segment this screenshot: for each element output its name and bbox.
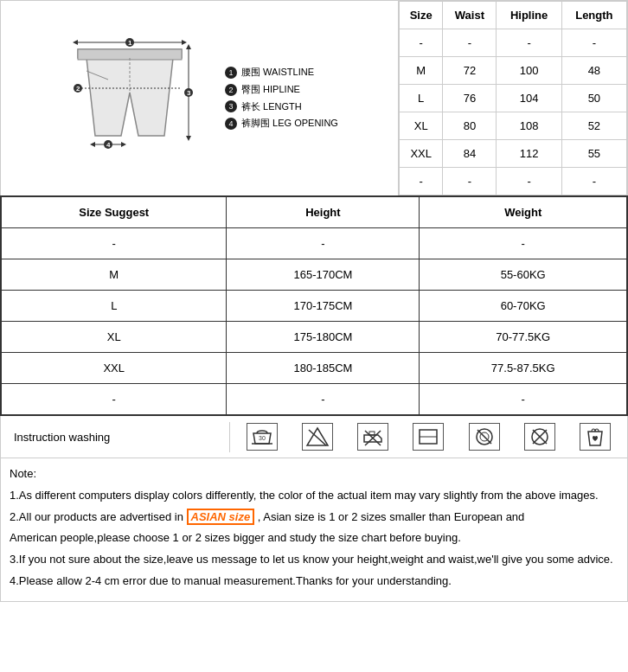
col-length: Length (561, 2, 626, 29)
table-cell: XXL (2, 353, 227, 384)
svg-marker-5 (182, 40, 187, 45)
wash-icon-tub: 30 (247, 423, 278, 451)
table-row: L7610450 (400, 85, 627, 112)
notes-section: Note: 1.As different computers display c… (0, 458, 628, 602)
legend-item-2: 2 臀围 HIPLINE (225, 81, 338, 99)
table-row: M165-170CM55-60KG (2, 259, 627, 291)
legend-label-1: 腰围 WAISTLINE (241, 64, 314, 81)
table-row: XL8010852 (400, 112, 627, 140)
svg-marker-13 (186, 136, 191, 141)
wash-icon-no-iron (357, 423, 388, 451)
table-cell: 175-180CM (227, 322, 420, 353)
table-cell: - (443, 29, 497, 57)
wash-icon-no-tumble (469, 423, 500, 451)
legend-label-4: 裤脚围 LEG OPENING (241, 115, 338, 132)
wash-icon-dry-flat (413, 423, 444, 451)
table-cell: - (400, 29, 443, 57)
table-cell: - (2, 228, 227, 259)
table-row: M7210048 (400, 57, 627, 85)
table-cell: 50 (561, 85, 626, 112)
note-2-continued: American people,please choose 1 or 2 siz… (10, 529, 618, 547)
size-measurement-table-wrap: Size Waist Hipline Length ----M7210048L7… (399, 1, 627, 195)
table-cell: 52 (561, 112, 626, 140)
table-cell: 55 (561, 140, 626, 168)
legend-label-3: 裤长 LENGTH (241, 99, 302, 116)
top-section: 1 2 3 4 (0, 0, 628, 195)
wash-icon-handwash (580, 423, 611, 451)
table-cell: - (497, 29, 561, 57)
svg-text:4: 4 (106, 141, 111, 149)
notes-title: Note: (10, 465, 618, 483)
table-cell: 72 (443, 57, 497, 85)
table-cell: L (2, 291, 227, 322)
wash-icons-container: 30 (230, 416, 627, 458)
legend-item-3: 3 裤长 LENGTH (225, 99, 338, 116)
table-cell: - (227, 384, 420, 415)
col-hipline: Hipline (497, 2, 561, 29)
col-height: Height (227, 197, 420, 228)
svg-text:3: 3 (187, 89, 191, 97)
table-row: --- (2, 384, 627, 415)
svg-text:30: 30 (259, 435, 266, 441)
legend-item-4: 4 裤脚围 LEG OPENING (225, 115, 338, 132)
table-cell: XXL (400, 140, 443, 168)
svg-marker-12 (186, 44, 191, 49)
legend-item-1: 1 腰围 WAISTLINE (225, 64, 338, 81)
table-row: XXL180-185CM77.5-87.5KG (2, 353, 627, 384)
table-cell: 180-185CM (227, 353, 420, 384)
col-size-suggest: Size Suggest (2, 197, 227, 228)
svg-text:1: 1 (128, 39, 132, 47)
table-cell: 170-175CM (227, 291, 420, 322)
asian-size-highlight: ASIAN size (187, 509, 255, 525)
table-cell: 165-170CM (227, 259, 420, 291)
col-size: Size (400, 2, 443, 29)
table-cell: 112 (497, 140, 561, 168)
table-cell: - (420, 228, 627, 259)
table-cell: 77.5-87.5KG (420, 353, 627, 384)
table-cell: 80 (443, 112, 497, 140)
table-cell: 55-60KG (420, 259, 627, 291)
table-cell: M (400, 57, 443, 85)
table-cell: 76 (443, 85, 497, 112)
table-cell: L (400, 85, 443, 112)
table-cell: 100 (497, 57, 561, 85)
instruction-label: Instruction washing (1, 422, 230, 452)
col-waist: Waist (443, 2, 497, 29)
shorts-diagram: 1 2 3 4 (61, 32, 199, 164)
suggest-section: Size Suggest Height Weight ---M165-170CM… (0, 195, 628, 416)
table-cell: M (2, 259, 227, 291)
wash-icon-dry-clean (524, 423, 555, 451)
size-measurement-table: Size Waist Hipline Length ----M7210048L7… (399, 1, 627, 195)
note-3: 3.If you not sure about the size,leave u… (10, 551, 618, 569)
table-cell: 48 (561, 57, 626, 85)
wash-icon-no-bleach (302, 423, 333, 451)
table-row: ---- (400, 168, 627, 195)
table-cell: XL (400, 112, 443, 140)
table-cell: - (497, 168, 561, 195)
svg-line-32 (477, 430, 491, 444)
table-cell: - (420, 384, 627, 415)
table-cell: - (561, 29, 626, 57)
table-cell: - (443, 168, 497, 195)
table-row: L170-175CM60-70KG (2, 291, 627, 322)
table-cell: 108 (497, 112, 561, 140)
table-cell: 70-77.5KG (420, 322, 627, 353)
table-cell: 84 (443, 140, 497, 168)
note-4: 4.Please allow 2-4 cm error due to manua… (10, 573, 618, 591)
table-cell: 60-70KG (420, 291, 627, 322)
table-cell: XL (2, 322, 227, 353)
suggest-table: Size Suggest Height Weight ---M165-170CM… (1, 196, 627, 415)
table-row: ---- (400, 29, 627, 57)
table-cell: - (561, 168, 626, 195)
svg-text:2: 2 (76, 85, 80, 93)
table-cell: - (2, 384, 227, 415)
svg-marker-17 (90, 142, 95, 147)
note-1: 1.As different computers display colors … (10, 487, 618, 505)
svg-marker-18 (121, 142, 126, 147)
diagram-area: 1 2 3 4 (1, 1, 399, 195)
note-2: 2.All our products are advertised in ASI… (10, 509, 618, 527)
table-row: --- (2, 228, 627, 259)
table-row: XL175-180CM70-77.5KG (2, 322, 627, 353)
table-row: XXL8411255 (400, 140, 627, 168)
legend-label-2: 臀围 HIPLINE (241, 81, 300, 99)
